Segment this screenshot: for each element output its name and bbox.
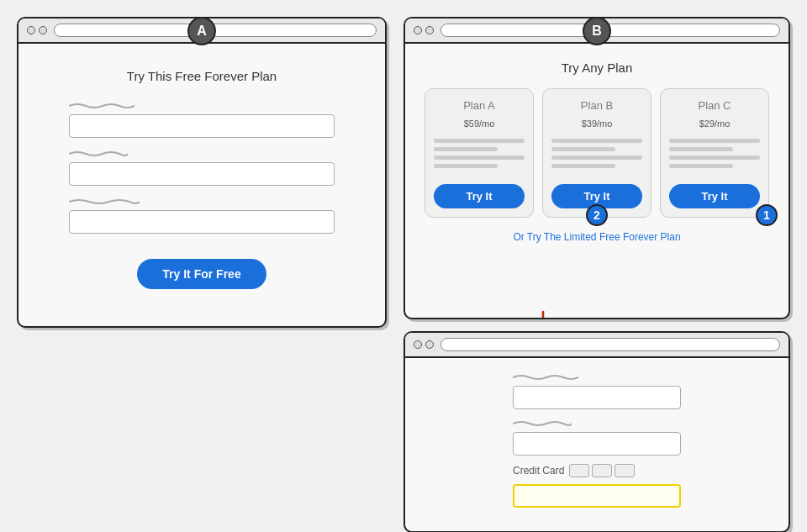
plan-line	[434, 155, 525, 160]
right-column: B Try Any Plan Plan A $59/mo	[404, 17, 790, 532]
c-circle-2	[425, 340, 434, 349]
plan-a-wrap: Plan A $59/mo Try It	[425, 88, 534, 218]
b-circle-2	[425, 26, 434, 34]
plan-c-name: Plan C	[698, 99, 731, 112]
plan-a-name: Plan A	[463, 99, 495, 112]
plan-line	[551, 155, 642, 160]
label-scribble-3	[69, 196, 140, 208]
plan-c: Plan C $29/mo Try It	[660, 88, 769, 218]
plan-c-price: $29/mo	[699, 115, 731, 130]
card-icon-1	[569, 464, 589, 477]
plan-line	[434, 147, 498, 151]
plan-a: Plan A $59/mo Try It	[425, 88, 534, 218]
plan-line	[669, 147, 733, 151]
b-circle-1	[414, 26, 422, 34]
cc-input-field-1[interactable]	[513, 386, 681, 409]
card-icon-3	[614, 464, 635, 477]
main-container: A Try This Free Forever Plan	[0, 0, 807, 532]
plan-line	[669, 155, 760, 160]
window-c-controls	[414, 340, 434, 349]
plan-b: Plan B $39/mo Try It	[542, 88, 651, 218]
c-circle-1	[414, 340, 422, 349]
input-field-3[interactable]	[69, 210, 335, 234]
label-scribble-1	[69, 100, 136, 112]
window-a-content: Try This Free Forever Plan Try It	[18, 44, 385, 314]
window-a-title: Try This Free Forever Plan	[127, 69, 277, 83]
plan-c-wrap: Plan C $29/mo Try It	[660, 88, 769, 218]
card-icon-2	[592, 464, 612, 477]
circle-2	[39, 26, 47, 34]
input-field-1[interactable]	[69, 114, 335, 138]
card-icons	[569, 464, 635, 477]
window-a-badge: A	[187, 17, 216, 45]
plan-line	[551, 164, 615, 168]
form-group-3	[69, 196, 335, 234]
window-c-content: Credit Card Try It	[405, 358, 789, 532]
plan-c-lines	[669, 139, 760, 172]
plan-line	[551, 147, 615, 151]
credit-card-input[interactable]	[513, 484, 681, 508]
plan-line	[434, 164, 498, 168]
plan-a-try-button[interactable]: Try It	[434, 184, 525, 208]
cc-label-scribble-1	[513, 371, 580, 383]
try-free-button[interactable]: Try It For Free	[137, 259, 266, 289]
arrow-b-to-c	[526, 311, 560, 319]
credit-card-label: Credit Card	[513, 465, 564, 477]
window-b-title: Try Any Plan	[422, 61, 772, 75]
window-b-content: Try Any Plan Plan A $59/mo	[405, 44, 789, 256]
plan-a-lines	[434, 139, 525, 172]
badge-1: 1	[756, 204, 778, 226]
credit-card-row: Credit Card	[513, 464, 681, 477]
cc-form-group-2	[513, 418, 681, 456]
window-c-toolbar	[405, 333, 789, 358]
plan-line	[669, 164, 733, 168]
window-c: Credit Card Try It	[404, 331, 790, 532]
window-b-badge: B	[583, 17, 611, 45]
cc-input-field-2[interactable]	[513, 432, 681, 456]
plan-a-price: $59/mo	[464, 115, 495, 130]
cc-form-group-1	[513, 371, 681, 409]
plans-row: Plan A $59/mo Try It	[422, 88, 772, 218]
cc-label-scribble-2	[513, 418, 572, 429]
window-controls	[27, 26, 47, 34]
cc-input-wrap	[513, 484, 681, 516]
plan-b-name: Plan B	[581, 99, 613, 112]
plan-line	[434, 139, 525, 143]
plan-b-lines	[551, 139, 642, 172]
form-group-2	[69, 148, 335, 186]
window-b-controls	[414, 26, 434, 34]
plan-b-wrap: Plan B $39/mo Try It	[542, 88, 651, 218]
plan-line	[669, 139, 760, 143]
plan-b-price: $39/mo	[582, 115, 613, 130]
window-a: A Try This Free Forever Plan	[17, 17, 387, 328]
plan-line	[551, 139, 642, 143]
form-group-1	[69, 100, 335, 138]
window-b: B Try Any Plan Plan A $59/mo	[404, 17, 790, 319]
circle-1	[27, 26, 35, 34]
label-scribble-2	[69, 148, 128, 160]
plan-c-try-button[interactable]: Try It	[669, 184, 760, 208]
input-field-2[interactable]	[69, 162, 335, 186]
address-bar-c	[440, 338, 780, 351]
badge-2: 2	[586, 204, 608, 226]
free-plan-link[interactable]: Or Try The Limited Free Forever Plan	[422, 231, 772, 243]
